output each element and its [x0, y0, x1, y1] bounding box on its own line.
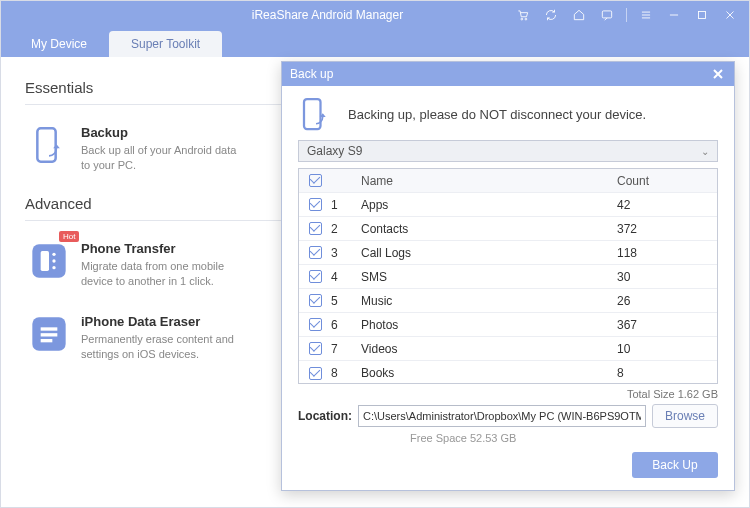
row-name: Videos [361, 342, 617, 356]
col-name: Name [361, 174, 617, 188]
row-index: 5 [331, 294, 361, 308]
row-count: 372 [617, 222, 717, 236]
row-count: 8 [617, 366, 717, 380]
row-index: 4 [331, 270, 361, 284]
location-input[interactable] [358, 405, 646, 427]
row-name: Apps [361, 198, 617, 212]
row-index: 1 [331, 198, 361, 212]
tab-my-device[interactable]: My Device [9, 31, 109, 57]
row-checkbox[interactable] [309, 270, 322, 283]
svg-rect-11 [41, 328, 58, 331]
dialog-header: Back up [282, 62, 734, 86]
row-count: 118 [617, 246, 717, 260]
table-row[interactable]: 7Videos10 [299, 337, 717, 361]
row-count: 367 [617, 318, 717, 332]
svg-rect-12 [41, 334, 58, 337]
row-count: 42 [617, 198, 717, 212]
eraser-title: iPhone Data Eraser [81, 314, 241, 329]
backup-phone-icon [298, 96, 334, 132]
transfer-desc: Migrate data from one mobile device to a… [81, 259, 241, 289]
row-checkbox[interactable] [309, 367, 322, 380]
refresh-icon[interactable] [542, 6, 560, 24]
row-checkbox[interactable] [309, 342, 322, 355]
transfer-card-text: Phone Transfer Migrate data from one mob… [81, 241, 241, 289]
svg-rect-13 [41, 339, 53, 342]
svg-point-8 [52, 259, 55, 262]
row-checkbox[interactable] [309, 294, 322, 307]
menu-icon[interactable] [637, 6, 655, 24]
row-count: 30 [617, 270, 717, 284]
table-row[interactable]: 5Music26 [299, 289, 717, 313]
row-checkbox[interactable] [309, 198, 322, 211]
row-index: 3 [331, 246, 361, 260]
eraser-icon [29, 314, 69, 354]
svg-rect-14 [304, 99, 321, 129]
device-selected: Galaxy S9 [307, 144, 362, 158]
cart-icon[interactable] [514, 6, 532, 24]
table-row[interactable]: 6Photos367 [299, 313, 717, 337]
dialog-message-row: Backing up, please do NOT disconnect you… [282, 86, 734, 140]
location-row: Location: Browse [282, 402, 734, 430]
eraser-card-text: iPhone Data Eraser Permanently erase con… [81, 314, 241, 362]
svg-point-7 [52, 252, 55, 255]
table-row[interactable]: 3Call Logs118 [299, 241, 717, 265]
row-name: Music [361, 294, 617, 308]
minimize-icon[interactable] [665, 6, 683, 24]
feedback-icon[interactable] [598, 6, 616, 24]
backup-dialog: Back up Backing up, please do NOT discon… [281, 61, 735, 491]
table-row[interactable]: 8Books8 [299, 361, 717, 384]
dialog-message: Backing up, please do NOT disconnect you… [348, 107, 646, 122]
backup-phone-icon [29, 125, 69, 165]
row-index: 8 [331, 366, 361, 380]
row-index: 6 [331, 318, 361, 332]
tab-super-toolkit[interactable]: Super Toolkit [109, 31, 222, 57]
row-index: 7 [331, 342, 361, 356]
backup-card-text: Backup Back up all of your Android data … [81, 125, 241, 173]
select-all-checkbox[interactable] [309, 174, 322, 187]
chevron-down-icon: ⌄ [701, 146, 709, 157]
items-table: Name Count 1Apps422Contacts3723Call Logs… [298, 168, 718, 384]
svg-rect-3 [699, 12, 706, 19]
table-row[interactable]: 1Apps42 [299, 193, 717, 217]
row-name: Call Logs [361, 246, 617, 260]
backup-title: Backup [81, 125, 241, 140]
titlebar: iReaShare Android Manager [1, 1, 749, 29]
table-row[interactable]: 2Contacts372 [299, 217, 717, 241]
dialog-close-button[interactable] [710, 66, 726, 82]
table-header: Name Count [299, 169, 717, 193]
svg-point-1 [525, 18, 527, 20]
dialog-footer: Back Up [282, 444, 734, 490]
app-title: iReaShare Android Manager [1, 8, 514, 22]
device-dropdown[interactable]: Galaxy S9 ⌄ [298, 140, 718, 162]
home-icon[interactable] [570, 6, 588, 24]
row-checkbox[interactable] [309, 318, 322, 331]
transfer-icon [29, 241, 69, 281]
hot-badge: Hot [59, 231, 79, 242]
browse-button[interactable]: Browse [652, 404, 718, 428]
svg-point-9 [52, 266, 55, 269]
row-name: Photos [361, 318, 617, 332]
eraser-desc: Permanently erase content and settings o… [81, 332, 241, 362]
row-count: 26 [617, 294, 717, 308]
total-size-label: Total Size 1.62 GB [282, 384, 734, 402]
svg-rect-2 [602, 11, 611, 18]
backup-button[interactable]: Back Up [632, 452, 718, 478]
svg-rect-4 [37, 128, 55, 161]
location-label: Location: [298, 409, 352, 423]
content-area: Essentials Backup Back up all of your An… [1, 57, 749, 508]
close-icon[interactable] [721, 6, 739, 24]
row-checkbox[interactable] [309, 222, 322, 235]
transfer-title: Phone Transfer [81, 241, 241, 256]
row-index: 2 [331, 222, 361, 236]
dialog-title: Back up [290, 67, 710, 81]
backup-desc: Back up all of your Android data to your… [81, 143, 241, 173]
free-space-label: Free Space 52.53 GB [282, 430, 734, 444]
separator [626, 8, 627, 22]
row-name: SMS [361, 270, 617, 284]
row-count: 10 [617, 342, 717, 356]
row-checkbox[interactable] [309, 246, 322, 259]
table-row[interactable]: 4SMS30 [299, 265, 717, 289]
maximize-icon[interactable] [693, 6, 711, 24]
row-name: Contacts [361, 222, 617, 236]
row-name: Books [361, 366, 617, 380]
